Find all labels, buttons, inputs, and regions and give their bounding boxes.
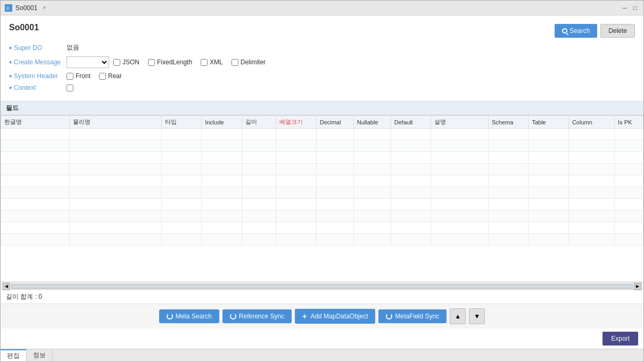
col-decimal: Decimal <box>316 116 353 129</box>
xml-checkbox[interactable] <box>201 59 208 66</box>
window-icon: D <box>5 4 12 12</box>
fixedlength-checkbox-group: FixedLength <box>148 58 192 66</box>
form-title: So0001 <box>9 23 39 32</box>
export-button[interactable]: Export <box>602 332 638 346</box>
maximize-button[interactable]: □ <box>631 4 639 12</box>
super-do-value: 없음 <box>67 43 79 52</box>
col-nullable: Nullable <box>353 116 391 129</box>
search-button[interactable]: Search <box>555 24 597 38</box>
tab-info[interactable]: 정보 <box>27 349 53 361</box>
metafield-sync-button[interactable]: MetaField Sync <box>378 309 447 323</box>
context-checkbox[interactable] <box>67 85 73 91</box>
meta-search-sync-icon <box>167 313 173 319</box>
table-row <box>1 175 643 187</box>
tab-edit[interactable]: 편집 <box>1 349 27 361</box>
col-table: Table <box>529 116 568 129</box>
move-up-button[interactable]: ▲ <box>450 308 466 324</box>
rear-label: Rear <box>108 72 122 80</box>
context-label: Context <box>9 84 62 91</box>
delete-button[interactable]: Delete <box>600 24 635 38</box>
create-message-row: Create Message JSON FixedLength XML <box>9 56 635 68</box>
add-map-data-object-button[interactable]: + Add MapDataObject <box>295 309 375 324</box>
col-description: 설명 <box>431 116 489 129</box>
table-row <box>1 234 643 246</box>
super-do-label: Super DO <box>9 44 62 52</box>
tab-info-label: 정보 <box>33 351 46 360</box>
meta-search-button[interactable]: Meta Search <box>159 309 219 323</box>
xml-checkbox-group: XML <box>201 58 223 66</box>
status-bar: 길이 합계 : 0 <box>1 290 643 304</box>
fixedlength-label: FixedLength <box>157 58 192 66</box>
col-default: Default <box>391 116 431 129</box>
rear-checkbox[interactable] <box>99 73 106 80</box>
col-include: Include <box>202 116 242 129</box>
json-checkbox-group: JSON <box>113 58 139 66</box>
add-icon: + <box>302 312 307 321</box>
col-length: 길이 <box>242 116 276 129</box>
table-row <box>1 140 643 152</box>
table-container[interactable]: 한글명 물리명 타입 Include 길이 배열크기 Decimal Nulla… <box>1 115 643 282</box>
rear-checkbox-group: Rear <box>99 72 122 80</box>
close-tab-button[interactable]: × <box>42 5 47 11</box>
col-physical-name: 물리명 <box>70 116 161 129</box>
field-section: 필드 한글명 물리명 타입 Include 길이 배열크기 Decimal Nu… <box>1 102 643 290</box>
front-label: Front <box>76 72 90 80</box>
reference-sync-icon <box>230 313 236 319</box>
table-row <box>1 199 643 211</box>
col-is-pk: Is PK <box>615 116 643 129</box>
minimize-button[interactable]: ─ <box>620 4 629 12</box>
json-label: JSON <box>122 58 139 66</box>
tab-edit-label: 편집 <box>7 351 20 360</box>
metafield-sync-icon <box>386 313 392 319</box>
svg-text:D: D <box>6 6 10 11</box>
move-down-button[interactable]: ▼ <box>469 308 485 324</box>
table-row <box>1 164 643 175</box>
scroll-left-button[interactable]: ◀ <box>3 283 10 290</box>
reference-sync-button[interactable]: Reference Sync <box>222 309 292 323</box>
add-map-data-object-label: Add MapDataObject <box>310 313 368 320</box>
tabs-bar: 편집 정보 <box>1 349 643 361</box>
create-message-label: Create Message <box>9 58 62 66</box>
table-row <box>1 222 643 234</box>
horizontal-scrollbar[interactable] <box>11 284 633 289</box>
front-checkbox[interactable] <box>67 73 73 80</box>
reference-sync-label: Reference Sync <box>239 313 284 320</box>
table-body <box>1 129 643 246</box>
bottom-buttons: Meta Search Reference Sync + Add MapData… <box>1 304 643 329</box>
json-checkbox[interactable] <box>113 59 120 66</box>
export-area: Export <box>1 329 643 349</box>
meta-search-label: Meta Search <box>176 313 212 320</box>
system-header-row: System Header Front Rear <box>9 72 635 80</box>
main-window: D So0001 × ─ □ So0001 Search <box>0 0 644 362</box>
col-byte-size: 배열크기 <box>276 116 316 129</box>
table-header-row: 한글명 물리명 타입 Include 길이 배열크기 Decimal Nulla… <box>1 116 643 129</box>
metafield-sync-label: MetaField Sync <box>395 313 439 320</box>
col-type: 타입 <box>161 116 201 129</box>
table-row <box>1 152 643 164</box>
delimiter-checkbox[interactable] <box>232 59 238 66</box>
search-icon <box>562 28 567 33</box>
col-korean-name: 한글명 <box>1 116 70 129</box>
table-row <box>1 211 643 222</box>
super-do-row: Super DO 없음 <box>9 43 635 52</box>
search-button-label: Search <box>569 27 590 35</box>
horizontal-scrollbar-row: ◀ ▶ <box>1 282 643 290</box>
create-message-select[interactable] <box>67 56 109 68</box>
scroll-right-button[interactable]: ▶ <box>634 283 641 290</box>
length-total: 길이 합계 : 0 <box>6 293 42 300</box>
delimiter-label: Delimiter <box>241 58 266 66</box>
col-column: Column <box>568 116 614 129</box>
window-controls: ─ □ <box>620 4 639 12</box>
fixedlength-checkbox[interactable] <box>148 59 155 66</box>
col-schema: Schema <box>489 116 529 129</box>
form-title-row: So0001 Search Delete <box>9 23 635 39</box>
delimiter-checkbox-group: Delimiter <box>232 58 266 66</box>
table-row <box>1 129 643 140</box>
system-header-label: System Header <box>9 72 62 80</box>
tab-title: So0001 <box>15 4 37 12</box>
form-section: So0001 Search Delete Super DO 없음 Create … <box>1 15 643 102</box>
context-row: Context <box>9 84 635 91</box>
title-bar: D So0001 × ─ □ <box>1 1 643 15</box>
xml-label: XML <box>210 58 223 66</box>
data-table: 한글명 물리명 타입 Include 길이 배열크기 Decimal Nulla… <box>1 115 643 246</box>
